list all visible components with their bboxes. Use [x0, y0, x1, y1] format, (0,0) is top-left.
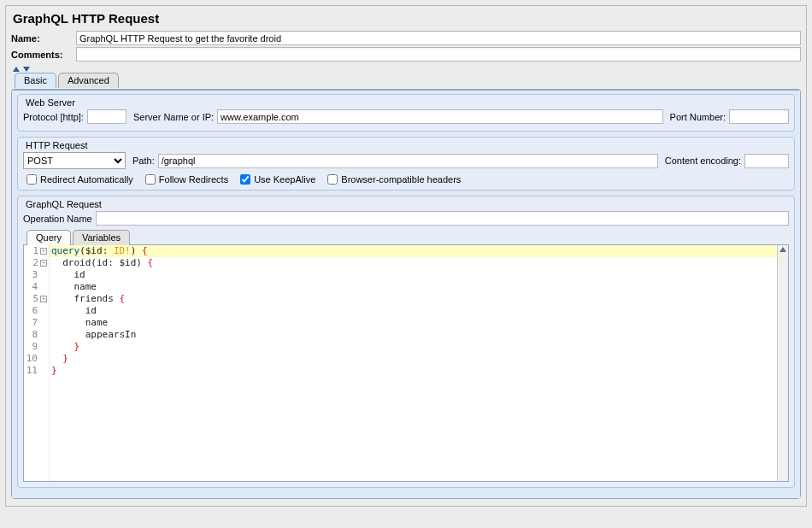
- encoding-label: Content encoding:: [665, 155, 744, 166]
- fold-toggle-icon[interactable]: -: [40, 248, 47, 255]
- check-keepalive[interactable]: Use KeepAlive: [240, 174, 315, 185]
- http-method-select[interactable]: POST: [23, 152, 126, 169]
- protocol-label: Protocol [http]:: [23, 112, 87, 122]
- path-label: Path:: [132, 155, 158, 166]
- operation-name-field[interactable]: [96, 211, 789, 226]
- check-redirect-auto[interactable]: Redirect Automatically: [26, 174, 133, 185]
- port-label: Port Number:: [670, 112, 729, 122]
- server-label: Server Name or IP:: [133, 112, 217, 122]
- check-browser-compat[interactable]: Browser-compatible headers: [327, 174, 461, 185]
- graphql-request-group: GraphQL Request Operation Name Query Var…: [17, 196, 795, 488]
- web-server-legend: Web Server: [23, 97, 78, 108]
- comments-label: Comments:: [11, 50, 76, 60]
- name-field[interactable]: [76, 31, 801, 45]
- check-follow-redirects[interactable]: Follow Redirects: [145, 174, 228, 185]
- fold-toggle-icon[interactable]: -: [40, 260, 47, 267]
- scroll-up-arrow-icon[interactable]: [780, 247, 786, 252]
- port-field[interactable]: [729, 109, 789, 124]
- server-field[interactable]: [217, 109, 663, 124]
- editor-code[interactable]: query($id: ID!) { droid(id: $id) { id na…: [50, 245, 777, 481]
- tab-basic[interactable]: Basic: [15, 73, 56, 88]
- web-server-group: Web Server Protocol [http]: Server Name …: [17, 94, 795, 132]
- name-label: Name:: [11, 33, 76, 44]
- editor-scrollbar[interactable]: [777, 245, 788, 481]
- graphql-request-legend: GraphQL Request: [23, 199, 104, 209]
- operation-name-label: Operation Name: [23, 214, 96, 224]
- page-title: GraphQL HTTP Request: [13, 11, 801, 26]
- graphql-http-request-panel: GraphQL HTTP Request Name: Comments: Bas…: [5, 5, 807, 507]
- path-field[interactable]: [158, 154, 658, 168]
- editor-gutter: 1-2-345-67891011: [24, 245, 50, 481]
- fold-toggle-icon[interactable]: -: [40, 296, 47, 302]
- comments-field[interactable]: [76, 47, 801, 62]
- http-request-legend: HTTP Request: [23, 140, 91, 150]
- tab-query[interactable]: Query: [26, 230, 71, 245]
- collapse-handle[interactable]: [11, 67, 801, 72]
- query-editor[interactable]: 1-2-345-67891011 query($id: ID!) { droid…: [23, 244, 789, 482]
- tab-advanced[interactable]: Advanced: [58, 73, 119, 88]
- tab-variables[interactable]: Variables: [73, 230, 130, 245]
- protocol-field[interactable]: [87, 109, 127, 124]
- http-request-group: HTTP Request POST Path: Content encoding…: [17, 137, 795, 191]
- encoding-field[interactable]: [744, 154, 789, 168]
